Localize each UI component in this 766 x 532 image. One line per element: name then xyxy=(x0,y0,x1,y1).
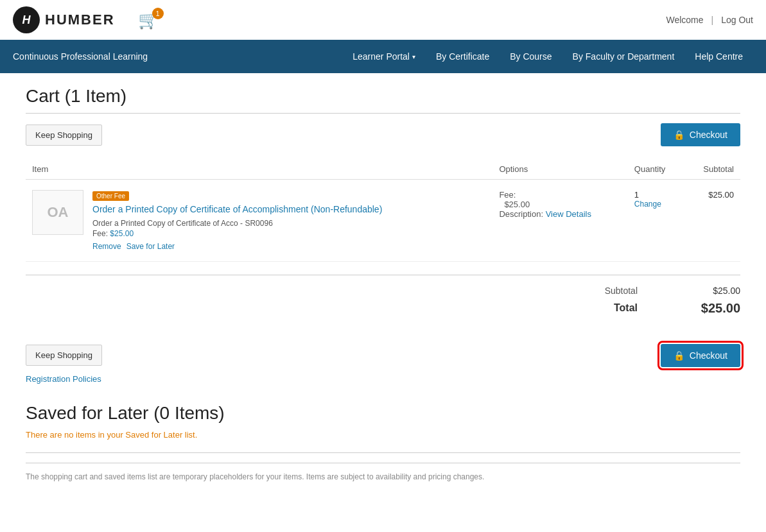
subtotal-row: Subtotal $25.00 xyxy=(26,286,740,296)
save-for-later-link[interactable]: Save for Later xyxy=(126,242,175,251)
item-actions: Remove Save for Later xyxy=(92,242,486,251)
item-description: Order a Printed Copy of Certificate of A… xyxy=(92,219,486,228)
logo-area: H HUMBER xyxy=(13,6,115,33)
subtotal-label: Subtotal xyxy=(573,286,638,296)
cart-icon[interactable]: 🛒 1 xyxy=(138,10,159,30)
options-description: Description: View Details xyxy=(499,209,621,219)
options-cell: Fee: $25.00 Description: View Details xyxy=(492,180,627,262)
header-right: Welcome | Log Out xyxy=(666,15,753,25)
logo-name: HUMBER xyxy=(45,12,115,28)
col-subtotal: Subtotal xyxy=(684,159,740,180)
item-fee-value[interactable]: $25.00 xyxy=(110,229,134,238)
remove-link[interactable]: Remove xyxy=(92,242,121,251)
separator: | xyxy=(711,15,714,25)
footer-note: The shopping cart and saved items list a… xyxy=(26,463,740,490)
footer-divider xyxy=(26,452,740,453)
nav-by-course[interactable]: By Course xyxy=(500,40,562,73)
item-name-link[interactable]: Order a Printed Copy of Certificate of A… xyxy=(92,203,486,216)
quantity-value: 1 xyxy=(634,190,639,200)
cart-table: Item Options Quantity Subtotal OA Other … xyxy=(26,159,740,262)
other-fee-badge: Other Fee xyxy=(92,191,129,201)
view-details-link[interactable]: View Details xyxy=(546,209,591,219)
registration-policies-link[interactable]: Registration Policies xyxy=(26,374,101,384)
options-fee: Fee: xyxy=(499,190,621,200)
logo-icon: H xyxy=(13,6,40,33)
dropdown-arrow-icon: ▾ xyxy=(412,53,415,60)
saved-for-later-title: Saved for Later (0 Items) xyxy=(26,403,740,424)
bottom-toolbar: Keep Shopping 🔒 Checkout xyxy=(26,344,740,367)
navigation: Continuous Professional Learning Learner… xyxy=(0,40,766,73)
subtotal-cell: $25.00 xyxy=(684,180,740,262)
logout-link[interactable]: Log Out xyxy=(721,15,753,25)
col-options: Options xyxy=(492,159,627,180)
nav-by-faculty[interactable]: By Faculty or Department xyxy=(562,40,685,73)
keep-shopping-button-top[interactable]: Keep Shopping xyxy=(26,124,102,146)
col-quantity: Quantity xyxy=(628,159,684,180)
subtotal-value: $25.00 xyxy=(689,286,740,296)
saved-empty-message: There are no items in your Saved for Lat… xyxy=(26,430,740,440)
item-details: Other Fee Order a Printed Copy of Certif… xyxy=(92,190,486,251)
keep-shopping-button-bottom[interactable]: Keep Shopping xyxy=(26,345,102,366)
checkout-button-bottom[interactable]: 🔒 Checkout xyxy=(661,344,740,367)
checkout-button-top[interactable]: 🔒 Checkout xyxy=(661,123,740,146)
welcome-text: Welcome xyxy=(666,15,703,25)
lock-icon-top: 🔒 xyxy=(674,130,684,140)
nav-links: Learner Portal ▾ By Certificate By Cours… xyxy=(342,40,753,73)
main-content: Cart (1 Item) Keep Shopping 🔒 Checkout I… xyxy=(0,73,766,503)
change-quantity-link[interactable]: Change xyxy=(634,200,678,209)
nav-learner-portal[interactable]: Learner Portal ▾ xyxy=(342,40,426,73)
item-cell: OA Other Fee Order a Printed Copy of Cer… xyxy=(26,180,492,262)
cart-badge: 1 xyxy=(152,8,164,19)
lock-icon-bottom: 🔒 xyxy=(674,350,684,361)
total-row: Total $25.00 xyxy=(26,301,740,316)
title-divider xyxy=(26,113,740,114)
top-header: H HUMBER 🛒 1 Welcome | Log Out xyxy=(0,0,766,40)
item-thumbnail: OA xyxy=(32,190,83,235)
page-title: Cart (1 Item) xyxy=(26,86,740,107)
col-item: Item xyxy=(26,159,492,180)
item-fee: Fee: $25.00 xyxy=(92,229,486,238)
nav-help-centre[interactable]: Help Centre xyxy=(684,40,753,73)
totals-section: Subtotal $25.00 Total $25.00 xyxy=(26,275,740,331)
nav-by-certificate[interactable]: By Certificate xyxy=(426,40,500,73)
top-toolbar: Keep Shopping 🔒 Checkout xyxy=(26,123,740,146)
total-label: Total xyxy=(573,302,638,314)
quantity-cell: 1 Change xyxy=(628,180,684,262)
nav-brand: Continuous Professional Learning xyxy=(13,40,158,73)
registration-policies: Registration Policies xyxy=(26,373,740,384)
options-fee-value: $25.00 xyxy=(499,200,621,209)
table-row: OA Other Fee Order a Printed Copy of Cer… xyxy=(26,180,740,262)
total-value: $25.00 xyxy=(689,301,740,316)
